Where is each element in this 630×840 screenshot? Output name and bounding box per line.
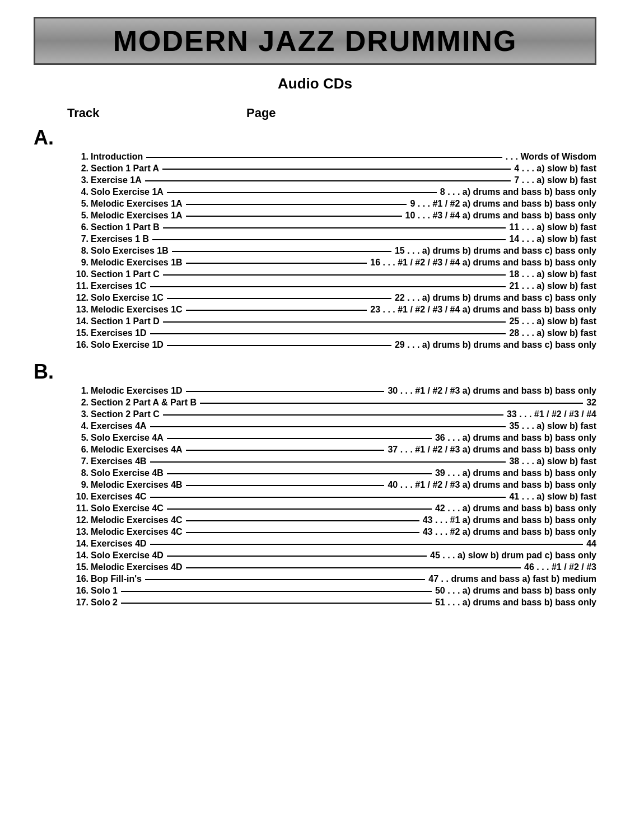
list-item: 13.Melodic Exercises 1C23 . . . #1 / #2 … — [67, 305, 596, 315]
section-a-list: 1.Introduction. . . Words of Wisdom2.Sec… — [67, 152, 596, 350]
track-name: Melodic Exercises 1B — [91, 258, 183, 268]
list-item: 3.Exercise 1A7 . . . a) slow b) fast — [67, 175, 596, 185]
track-description: 11 . . . a) slow b) fast — [509, 222, 596, 232]
track-name: Melodic Exercises 4D — [91, 562, 183, 572]
list-item: 4.Exercises 4A35 . . . a) slow b) fast — [67, 421, 596, 431]
track-description: 43 . . . #2 a) drums and bass b) bass on… — [423, 527, 596, 537]
track-description: 37 . . . #1 / #2 / #3 a) drums and bass … — [388, 445, 596, 455]
track-name: Section 1 Part C — [91, 269, 160, 279]
list-item: 9.Melodic Exercises 1B16 . . . #1 / #2 /… — [67, 258, 596, 268]
track-description: 18 . . . a) slow b) fast — [509, 269, 596, 279]
track-name: Solo Exercise 4B — [91, 468, 164, 478]
track-line — [121, 591, 432, 592]
list-item: 17.Solo 251 . . . a) drums and bass b) b… — [67, 598, 596, 608]
track-line — [186, 450, 385, 451]
track-description: 25 . . . a) slow b) fast — [509, 316, 596, 326]
list-item: 15.Exercises 1D28 . . . a) slow b) fast — [67, 328, 596, 338]
track-line — [172, 251, 391, 252]
track-number: 16. — [67, 574, 88, 584]
list-item: 14.Exercises 4D44 — [67, 539, 596, 549]
track-name: Melodic Exercises 1C — [91, 305, 183, 315]
track-name: Exercise 1A — [91, 175, 142, 185]
track-line — [186, 520, 419, 521]
track-description: 7 . . . a) slow b) fast — [514, 175, 596, 185]
track-line — [150, 461, 506, 463]
track-name: Section 1 Part A — [91, 164, 159, 174]
main-title: MODERN JAZZ DRUMMING — [46, 24, 584, 58]
track-number: 6. — [67, 445, 88, 455]
track-line — [145, 579, 425, 580]
list-item: 11.Solo Exercise 4C42 . . . a) drums and… — [67, 503, 596, 514]
track-name: Melodic Exercises 1A — [91, 199, 183, 209]
track-name: Melodic Exercises 4B — [91, 480, 183, 490]
track-number: 10. — [67, 269, 88, 279]
track-number: 12. — [67, 293, 88, 303]
track-name: Melodic Exercises 4C — [91, 527, 183, 537]
list-item: 1.Introduction. . . Words of Wisdom — [67, 152, 596, 162]
list-item: 5.Melodic Exercises 1A9 . . . #1 / #2 a)… — [67, 199, 596, 209]
track-line — [145, 180, 511, 181]
track-line — [163, 274, 506, 276]
track-line — [150, 497, 506, 498]
track-line — [152, 239, 506, 240]
track-line — [186, 310, 367, 311]
track-description: 28 . . . a) slow b) fast — [509, 328, 596, 338]
track-line — [167, 298, 391, 299]
track-line — [150, 333, 506, 334]
track-number: 9. — [67, 480, 88, 490]
list-item: 5.Solo Exercise 4A36 . . . a) drums and … — [67, 433, 596, 443]
track-line — [186, 567, 521, 568]
track-line — [162, 169, 511, 170]
track-line — [200, 403, 583, 404]
track-name: Solo Exercise 4D — [91, 550, 164, 561]
track-description: 41 . . . a) slow b) fast — [509, 492, 596, 502]
track-name: Exercises 4C — [91, 492, 147, 502]
track-name: Solo Exercise 4A — [91, 433, 164, 443]
track-line — [163, 321, 506, 323]
track-number: 3. — [67, 409, 88, 419]
track-number: 13. — [67, 305, 88, 315]
track-description: 9 . . . #1 / #2 a) drums and bass b) bas… — [410, 199, 596, 209]
track-line — [163, 227, 506, 228]
track-number: 17. — [67, 598, 88, 608]
list-item: 16.Solo Exercise 1D29 . . . a) drums b) … — [67, 340, 596, 350]
track-description: 47 . . drums and bass a) fast b) medium — [428, 574, 596, 584]
track-name: Melodic Exercises 4A — [91, 445, 183, 455]
track-name: Solo Exercise 1A — [91, 187, 164, 197]
track-number: 11. — [67, 503, 88, 514]
track-number: 12. — [67, 515, 88, 525]
track-number: 3. — [67, 175, 88, 185]
track-description: 23 . . . #1 / #2 / #3 / #4 a) drums and … — [370, 305, 596, 315]
track-name: Section 2 Part C — [91, 409, 160, 419]
track-number: 14. — [67, 316, 88, 326]
track-description: 39 . . . a) drums and bass b) bass only — [435, 468, 596, 478]
track-name: Melodic Exercises 4C — [91, 515, 183, 525]
list-item: 5.Melodic Exercises 1A10 . . . #3 / #4 a… — [67, 211, 596, 221]
list-item: 6.Section 1 Part B11 . . . a) slow b) fa… — [67, 222, 596, 232]
list-item: 3.Section 2 Part C33 . . . #1 / #2 / #3 … — [67, 409, 596, 419]
track-name: Solo Exercise 4C — [91, 503, 164, 514]
track-name: Section 2 Part A & Part B — [91, 398, 197, 408]
track-line — [167, 438, 432, 439]
track-name: Solo Exercise 1C — [91, 293, 164, 303]
track-number: 9. — [67, 258, 88, 268]
list-item: 14.Solo Exercise 4D45 . . . a) slow b) d… — [67, 550, 596, 561]
track-name: Exercises 4A — [91, 421, 147, 431]
track-description: 46 . . . #1 / #2 / #3 — [524, 562, 596, 572]
track-name: Exercises 1D — [91, 328, 147, 338]
track-description: 50 . . . a) drums and bass b) bass only — [435, 586, 596, 596]
track-name: Section 1 Part B — [91, 222, 160, 232]
track-description: 10 . . . #3 / #4 a) drums and bass b) ba… — [405, 211, 596, 221]
track-line — [146, 157, 502, 158]
page-header: Page — [246, 106, 276, 120]
list-item: 12.Solo Exercise 1C22 . . . a) drums b) … — [67, 293, 596, 303]
track-name: Exercises 4B — [91, 456, 147, 466]
track-description: 33 . . . #1 / #2 / #3 / #4 — [507, 409, 596, 419]
track-line — [186, 263, 367, 264]
track-description: 29 . . . a) drums b) drums and bass c) b… — [395, 340, 596, 350]
track-description: 15 . . . a) drums b) drums and bass c) b… — [395, 246, 596, 256]
track-number: 1. — [67, 152, 88, 162]
track-description: 14 . . . a) slow b) fast — [509, 234, 596, 244]
list-item: 15.Melodic Exercises 4D46 . . . #1 / #2 … — [67, 562, 596, 572]
track-number: 4. — [67, 187, 88, 197]
